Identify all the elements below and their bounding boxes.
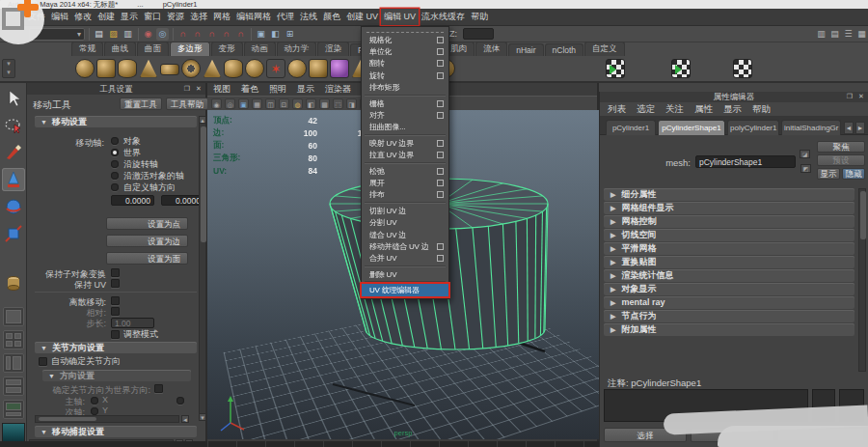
presets-button[interactable]: 预设 <box>817 154 865 166</box>
toggle-attribute-editor-icon[interactable]: ▥ <box>815 28 827 41</box>
polygon-sphere-icon[interactable] <box>75 59 95 78</box>
ae-menu-focus[interactable]: 关注 <box>665 103 684 116</box>
paint-select-tool-icon[interactable] <box>2 141 25 164</box>
polygon-cylinder-icon[interactable] <box>118 59 137 78</box>
discrete-move-checkbox[interactable] <box>111 296 120 305</box>
shelf-tab-custom[interactable]: 自定义 <box>584 42 625 56</box>
z-coordinate-input[interactable] <box>463 28 494 40</box>
section-orient-settings[interactable]: ▼方向设置 <box>42 370 191 381</box>
menu-display[interactable]: 显示 <box>118 9 141 25</box>
focus-button[interactable]: 聚焦 <box>817 141 865 153</box>
section-extra-attributes[interactable]: ▶附加属性 <box>604 323 854 336</box>
menu-help[interactable]: 帮助 <box>468 9 491 25</box>
viewport-menu-lighting[interactable]: 照明 <box>269 83 286 96</box>
shelf-tab-rendering[interactable]: 渲染 <box>317 42 349 56</box>
ae-menu-show[interactable]: 显示 <box>723 103 742 116</box>
paint-effects-icon[interactable]: ✶ <box>266 59 285 78</box>
option-box-icon[interactable] <box>437 255 444 262</box>
menu-item-delete-uv[interactable]: 删除 UV <box>362 268 448 280</box>
lighting-toggle-icon[interactable]: ◍ <box>292 98 303 109</box>
snap-point-icon[interactable]: ∩ <box>205 28 218 41</box>
section-tessellation[interactable]: ▶细分属性 <box>604 188 854 201</box>
tool-settings-vscrollbar[interactable] <box>199 116 206 421</box>
auto-joint-orient-checkbox[interactable] <box>39 357 47 366</box>
menu-edit[interactable]: 编辑 <box>48 9 71 25</box>
camera-select-icon[interactable]: ◉ <box>211 98 222 109</box>
viewport-menu-show[interactable]: 显示 <box>297 83 314 96</box>
menu-modify[interactable]: 修改 <box>71 9 95 25</box>
option-box-icon[interactable] <box>437 180 444 186</box>
menu-item-warp-image[interactable]: 扭曲图像... <box>362 122 448 133</box>
scroll-down-icon[interactable]: ▼ <box>199 413 206 421</box>
tab-initialshadinggroup[interactable]: initialShadingGr <box>781 120 841 135</box>
option-box-icon[interactable] <box>437 37 444 43</box>
hide-button[interactable]: 隐藏 <box>842 168 865 180</box>
axis-world-radio[interactable] <box>111 149 119 156</box>
status-separator[interactable] <box>173 28 174 41</box>
menu-mesh[interactable]: 网格 <box>210 9 233 25</box>
shelf-tab-dynamics[interactable]: 动力学 <box>277 42 317 56</box>
polygon-pipe-icon[interactable] <box>224 59 243 78</box>
menu-pipeline-cache[interactable]: 流水线缓存 <box>419 9 468 25</box>
status-separator[interactable] <box>251 28 252 41</box>
polygon-helix-icon[interactable] <box>245 59 264 78</box>
section-node-behavior[interactable]: ▶节点行为 <box>604 310 854 322</box>
menu-item-flip[interactable]: 翻转 <box>362 58 448 70</box>
scroll-left-icon[interactable]: ◄ <box>181 415 189 423</box>
axis-custom-radio[interactable] <box>111 183 119 191</box>
option-box-icon[interactable] <box>437 72 444 79</box>
layout-hypershade-persp-icon[interactable] <box>3 377 24 396</box>
option-box-icon[interactable] <box>437 100 444 107</box>
layout-persp-outliner-icon[interactable] <box>3 353 24 373</box>
ae-menu-help[interactable]: 帮助 <box>752 103 771 116</box>
menu-normals[interactable]: 法线 <box>297 9 320 25</box>
select-object-icon[interactable]: ◎ <box>156 28 169 41</box>
menu-assets[interactable]: 资源 <box>164 9 187 25</box>
snap-grid-icon[interactable]: ∩ <box>176 28 189 41</box>
menu-color[interactable]: 颜色 <box>320 9 343 25</box>
tab-scroll-right-icon[interactable]: ► <box>855 122 865 134</box>
menu-proxy[interactable]: 代理 <box>274 9 297 25</box>
section-tangent-space[interactable]: ▶切线空间 <box>604 229 854 241</box>
tab-pcylindershape1[interactable]: pCylinderShape1 <box>658 120 725 135</box>
ae-menu-list[interactable]: 列表 <box>608 103 626 116</box>
viewport-menu-view[interactable]: 视图 <box>213 83 231 96</box>
shelf-tab-general[interactable]: 常规 <box>71 42 103 56</box>
option-box-icon[interactable] <box>437 48 444 55</box>
set-to-face-button[interactable]: 设置为面 <box>106 252 188 265</box>
expand-node-icon[interactable]: ◪ <box>800 150 810 158</box>
step-field[interactable]: 1.00 <box>111 318 154 328</box>
uv-checker-map-icon[interactable] <box>606 59 625 78</box>
axis-object-radio[interactable] <box>111 137 119 145</box>
option-box-icon[interactable] <box>437 243 444 250</box>
select-tool-icon[interactable] <box>2 87 25 110</box>
new-scene-icon[interactable]: ▤ <box>93 28 105 41</box>
mesh-name-field[interactable]: pCylinderShape1 <box>695 155 796 168</box>
menu-item-sew-uv-edges[interactable]: 缝合 UV 边 <box>362 229 448 240</box>
menu-item-layout[interactable]: 排布 <box>362 189 448 201</box>
scale-tool-icon[interactable] <box>2 222 25 245</box>
menu-edit-mesh[interactable]: 编辑网格 <box>233 9 274 25</box>
section-mesh-controls[interactable]: ▶网格控制 <box>604 215 854 228</box>
tweak-mode-checkbox[interactable] <box>111 330 120 339</box>
set-to-edge-button[interactable]: 设置为边 <box>106 235 188 247</box>
resolution-gate-icon[interactable]: ⊡ <box>279 98 289 109</box>
rotate-tool-icon[interactable] <box>2 195 25 218</box>
show-button[interactable]: 显示 <box>817 168 840 180</box>
orient-hscrollbar[interactable] <box>35 415 179 423</box>
select-hierarchy-icon[interactable]: ◉ <box>142 28 154 41</box>
render-settings-icon[interactable]: ⊞ <box>284 28 296 41</box>
open-scene-icon[interactable]: ▨ <box>107 28 120 41</box>
node-graph-icon[interactable]: ◩ <box>800 164 811 173</box>
texture-toggle-icon[interactable]: ▩ <box>319 98 330 109</box>
reset-tool-button[interactable]: 重置工具 <box>120 98 162 110</box>
menu-select[interactable]: 选择 <box>187 9 210 25</box>
option-box-icon[interactable] <box>437 60 444 67</box>
menu-item-layout-rectangle[interactable]: 排布矩形 <box>362 82 448 94</box>
option-box-icon[interactable] <box>437 191 444 198</box>
section-displacement-map[interactable]: ▶置换贴图 <box>604 256 854 268</box>
restore-panel-icon[interactable]: ❐ <box>182 84 192 94</box>
save-scene-icon[interactable]: ▥ <box>122 28 134 41</box>
snap-surface-icon[interactable]: ∩ <box>234 28 247 41</box>
grid-toggle-icon[interactable]: ▦ <box>252 98 262 109</box>
